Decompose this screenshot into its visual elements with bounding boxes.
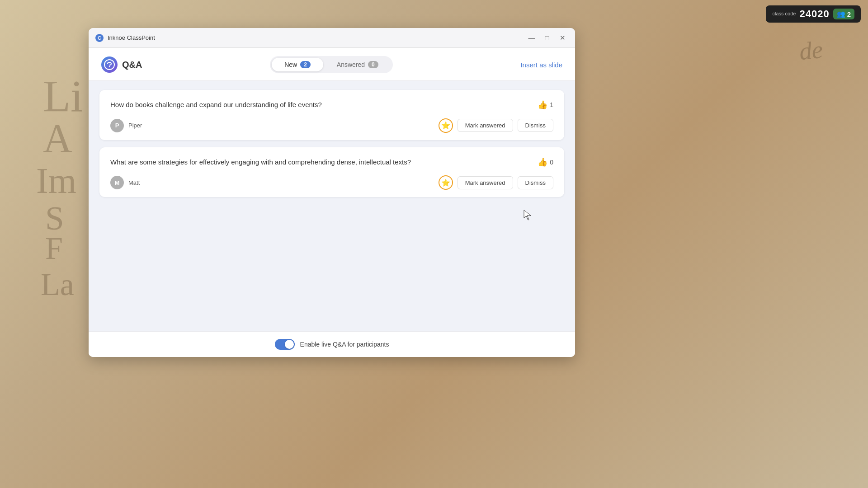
question-top-2: What are some strategies for effectively…: [110, 157, 553, 168]
like-number-1: 1: [550, 101, 553, 108]
tab-new[interactable]: New 2: [272, 58, 323, 71]
user-name-2: Matt: [128, 179, 434, 186]
dismiss-button-2[interactable]: Dismiss: [518, 176, 554, 189]
qa-logo-area: Q&A: [101, 56, 142, 73]
toggle-switch[interactable]: [275, 339, 295, 350]
mark-answered-button-2[interactable]: Mark answered: [458, 176, 513, 189]
title-bar: C Inknoe ClassPoint — □ ✕: [89, 28, 575, 48]
users-count-badge: 👥 2: [833, 9, 854, 19]
class-code-badge: class code 24020 👥 2: [766, 5, 861, 23]
question-card-1: How do books challenge and expand our un…: [99, 90, 564, 140]
question-footer-1: P Piper ⭐ Mark answered Dismiss: [110, 118, 553, 133]
minimize-button[interactable]: —: [525, 32, 538, 44]
star-button-2[interactable]: ⭐: [439, 175, 453, 190]
dialog-content: Q&A New 2 Answered 0 Insert as slide How…: [89, 48, 575, 357]
mark-answered-button-1[interactable]: Mark answered: [458, 119, 513, 132]
like-number-2: 0: [550, 159, 553, 166]
qa-logo: [101, 56, 118, 73]
avatar-2: M: [110, 176, 124, 189]
dialog-footer: Enable live Q&A for participants: [89, 331, 575, 357]
thumb-icon-1: 👍: [538, 100, 547, 110]
app-icon: C: [95, 33, 104, 42]
users-number: 2: [847, 10, 851, 18]
tab-switcher: New 2 Answered 0: [270, 56, 393, 73]
qa-title: Q&A: [122, 60, 142, 70]
question-footer-2: M Matt ⭐ Mark answered Dismiss: [110, 175, 553, 190]
tab-answered-count: 0: [368, 61, 378, 68]
window-title: Inknoe ClassPoint: [108, 34, 522, 41]
tab-answered-label: Answered: [337, 61, 365, 68]
insert-as-slide-button[interactable]: Insert as slide: [520, 61, 562, 69]
svg-text:C: C: [98, 35, 101, 41]
avatar-1: P: [110, 119, 124, 132]
question-text-1: How do books challenge and expand our un…: [110, 100, 538, 110]
star-button-1[interactable]: ⭐: [439, 118, 453, 133]
thumb-icon-2: 👍: [538, 157, 547, 167]
toggle-area: Enable live Q&A for participants: [275, 339, 389, 350]
tab-new-count: 2: [300, 61, 311, 68]
dialog-header: Q&A New 2 Answered 0 Insert as slide: [89, 48, 575, 81]
users-icon: 👥: [837, 10, 845, 18]
svg-point-3: [109, 66, 110, 67]
like-count-2: 👍 0: [538, 157, 553, 167]
like-count-1: 👍 1: [538, 100, 553, 110]
class-code-label-area: class code: [772, 11, 796, 17]
questions-area: How do books challenge and expand our un…: [89, 81, 575, 331]
tab-answered[interactable]: Answered 0: [324, 58, 391, 71]
question-top-1: How do books challenge and expand our un…: [110, 100, 553, 110]
toggle-label: Enable live Q&A for participants: [300, 341, 389, 348]
tab-new-label: New: [284, 61, 297, 68]
dialog-window: C Inknoe ClassPoint — □ ✕ Q&A: [89, 28, 575, 357]
window-controls: — □ ✕: [525, 32, 569, 44]
class-code-number: 24020: [799, 8, 829, 20]
user-name-1: Piper: [128, 122, 434, 129]
maximize-button[interactable]: □: [541, 32, 553, 44]
question-card-2: What are some strategies for effectively…: [99, 147, 564, 197]
dismiss-button-1[interactable]: Dismiss: [518, 119, 554, 132]
close-button[interactable]: ✕: [556, 32, 569, 44]
question-text-2: What are some strategies for effectively…: [110, 157, 538, 168]
class-label: class code: [772, 11, 796, 17]
